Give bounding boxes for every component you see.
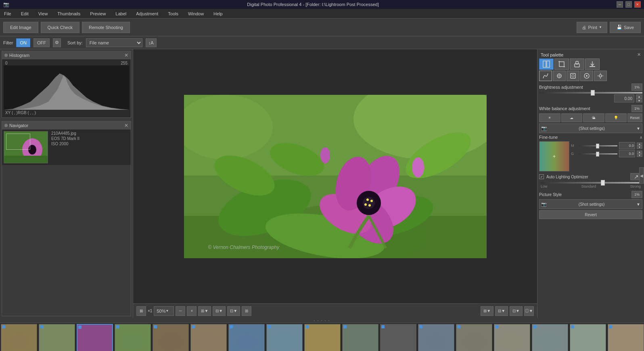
view-mode-4-button[interactable]: ⊞ (242, 306, 251, 316)
view-mode-3-button[interactable]: ⊡▼ (227, 306, 240, 316)
tp-crop-icon[interactable] (554, 58, 569, 70)
tp-download-icon[interactable] (585, 58, 600, 70)
print-button[interactable]: 🖨 Print ▼ (577, 22, 607, 33)
ft-up-1-button[interactable]: ▲ (637, 142, 642, 146)
thumbnail-item-210A4498[interactable]: 210A4498 (153, 324, 189, 351)
menu-tools[interactable]: Tools (165, 10, 181, 17)
edit-image-button[interactable]: Edit Image (3, 22, 38, 33)
finetune-collapse-button[interactable]: ∧ (640, 135, 642, 140)
thumbnail-item-210A5421[interactable]: 210A5421 (228, 324, 265, 351)
shot-settings-select[interactable]: 📷 (Shot settings) ▼ (539, 123, 642, 133)
ft-value-2[interactable]: 0.0 (619, 150, 635, 157)
sort-options-button[interactable]: ⊡▼ (510, 306, 523, 316)
brightness-up-button[interactable]: ▲ (636, 94, 642, 98)
wb-cloudy-button[interactable]: ☁ (561, 113, 583, 122)
menu-window[interactable]: Window (186, 10, 206, 17)
filter-options-button[interactable]: ⚙ (53, 38, 61, 47)
picture-style-auto-button[interactable]: 1% (631, 191, 642, 198)
brightness-value[interactable]: 0.00 (614, 94, 634, 102)
ft-thumb-2[interactable] (596, 152, 599, 157)
menu-adjustment[interactable]: Adjustment (134, 10, 161, 17)
sort-select[interactable]: File name Date modified File size (86, 38, 142, 47)
ft-down-1-button[interactable]: ▼ (637, 146, 642, 149)
tp-basic-icon[interactable] (539, 58, 554, 70)
zoom-out-button[interactable]: ─ (176, 306, 185, 316)
thumbnail-item-210A4397[interactable]: 210A4397 (39, 324, 75, 351)
thumbnail-divider[interactable]: • • • • • (0, 318, 644, 323)
save-button[interactable]: 💾 Save (610, 22, 641, 33)
ft-up-2-button[interactable]: ▲ (637, 150, 642, 154)
right-panel-collapse-button[interactable]: ◀ (639, 167, 644, 184)
thumbnail-item-210A4485[interactable]: 210A4485 (77, 324, 113, 351)
thumbnail-item-210A6669[interactable]: 210A6669 (380, 324, 416, 351)
grid-view-button[interactable]: ⊞▼ (481, 306, 493, 316)
thumbnail-item-210A6724[interactable]: 210A6724 (418, 324, 454, 351)
quick-check-button[interactable]: Quick Check (41, 22, 79, 33)
wb-reset-button[interactable]: Reset (627, 113, 643, 122)
filter-on-button[interactable]: ON (16, 38, 30, 47)
thumbnail-item-210A7xxx[interactable]: 210A7xxx (608, 324, 644, 351)
tool-palette-close-button[interactable]: ✕ (637, 52, 641, 57)
brightness-slider-thumb[interactable] (591, 90, 595, 96)
ft-down-2-button[interactable]: ▼ (637, 154, 642, 157)
brightness-down-button[interactable]: ▼ (636, 98, 642, 102)
thumbnail-item-210A4744[interactable]: 210A4744 (190, 324, 227, 351)
histogram-close-button[interactable]: ✕ (124, 52, 128, 58)
navigator-close-button[interactable]: ✕ (124, 123, 128, 128)
ft-slider-1[interactable] (579, 145, 617, 146)
filter-off-button[interactable]: OFF (33, 38, 50, 47)
wb-sunlight-button[interactable]: ☀ (539, 113, 560, 122)
ps-shot-settings-label: (Shot settings) (579, 202, 604, 207)
menu-edit[interactable]: Edit (19, 10, 31, 17)
thumbnail-item-210A7511[interactable]: 210A7511 (570, 324, 606, 351)
minimize-button[interactable]: ─ (617, 1, 623, 8)
tp-lens-icon[interactable] (580, 71, 593, 81)
alo-slider-thumb[interactable] (601, 180, 605, 186)
thumbnail-item-210A7133[interactable]: 210A7133 (532, 324, 568, 351)
tp-detail-icon[interactable] (567, 71, 579, 81)
menu-help[interactable]: Help (211, 10, 225, 17)
info-button[interactable]: ⓘ▼ (524, 306, 534, 316)
menu-view[interactable]: View (36, 10, 50, 17)
view-mode-1-button[interactable]: ⊞▼ (198, 306, 211, 316)
picture-style-select[interactable]: 📷 (Shot settings) ▼ (539, 199, 642, 209)
picture-style-detail-button[interactable]: Revert (539, 210, 642, 219)
menu-preview[interactable]: Preview (88, 10, 108, 17)
wb-shade-button[interactable]: 🌥 (583, 113, 604, 122)
histogram-title: Histogram (9, 53, 29, 58)
thumbnail-item-210A4485-2[interactable]: 210A4485-2 (115, 324, 151, 351)
thumbnail-item-210A6104[interactable]: 210A6104 (342, 324, 378, 351)
zoom-in-button[interactable]: + (187, 306, 197, 316)
zoom-display[interactable]: 50% ▼ (154, 306, 174, 316)
thumbnail-item-210A4396[interactable]: 210A4396 (1, 324, 37, 351)
fit-all-button[interactable]: ⊠ (136, 306, 146, 316)
grid-size-button[interactable]: ⊟▼ (495, 306, 508, 316)
alo-checkbox[interactable]: ✓ (539, 174, 544, 179)
wb-tungsten-button[interactable]: 💡 (605, 113, 627, 122)
remote-shooting-button[interactable]: Remote Shooting (82, 22, 130, 33)
thumbnail-item-210A7023[interactable]: 210A7023 (494, 324, 530, 351)
brightness-auto-button[interactable]: 1% (631, 84, 642, 91)
ft-slider-2[interactable] (579, 153, 617, 155)
tp-tone-icon[interactable] (539, 71, 552, 81)
ft-value-1[interactable]: 0.0 (619, 142, 635, 149)
menu-file[interactable]: File (2, 10, 14, 17)
finetune-section: Fine-tune ∧ + M 0.0 (539, 135, 642, 171)
wb-auto-button[interactable]: 1% (631, 105, 642, 112)
thumbnail-item-210A5662[interactable]: 210A5662 (304, 324, 341, 351)
thumbnail-item-210A6858[interactable]: 210A6858 (456, 324, 492, 351)
tp-stamp-icon[interactable] (570, 58, 584, 70)
alo-slider[interactable] (541, 182, 641, 184)
tp-color-icon[interactable] (553, 71, 566, 81)
tp-settings-icon[interactable] (594, 71, 607, 81)
sort-order-button[interactable]: ↕A (146, 38, 157, 47)
color-grid[interactable]: + (539, 141, 569, 171)
ft-thumb-1[interactable] (596, 144, 599, 148)
brightness-slider[interactable] (539, 92, 642, 94)
menu-label[interactable]: Label (113, 10, 129, 17)
menu-thumbnails[interactable]: Thumbnails (55, 10, 83, 17)
view-mode-2-button[interactable]: ⊟▼ (213, 306, 226, 316)
maximize-button[interactable]: □ (625, 1, 632, 8)
close-button[interactable]: ✕ (634, 1, 641, 8)
thumbnail-item-210A5432[interactable]: 210A5432 (266, 324, 303, 351)
